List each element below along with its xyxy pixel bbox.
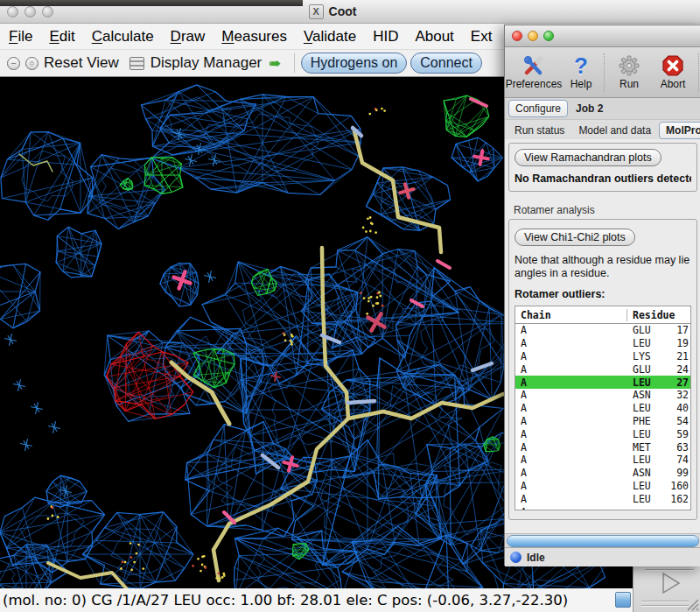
display-manager-button[interactable]: Display Manager [150, 54, 262, 72]
dialog-statusbar: Idle [505, 547, 700, 566]
green-arrow-icon[interactable]: ➠ [269, 55, 280, 72]
residue-column-header[interactable]: Residue [627, 309, 690, 321]
background-window-edge [0, 0, 303, 6]
abort-button[interactable]: Abort [650, 54, 696, 90]
reset-view-button[interactable]: Reset View [44, 54, 119, 72]
preferences-label: Preferences [506, 78, 563, 90]
dialog-titlebar[interactable] [505, 25, 700, 47]
preferences-icon [522, 54, 545, 77]
help-button[interactable]: ? Help [561, 54, 601, 90]
menu-measures[interactable]: Measures [221, 28, 287, 46]
side-panel-fragment [633, 560, 700, 612]
dialog-tab-row-0: ConfigureJob 2 [505, 98, 700, 120]
tab-job-2[interactable]: Job 2 [570, 101, 609, 116]
table-header[interactable]: Chain Residue [515, 306, 690, 324]
ramachandran-section: View Ramachandran plots No Ramachandran … [508, 143, 697, 192]
tab-run-status[interactable]: Run status [508, 123, 570, 138]
table-row[interactable]: APHE54 [515, 415, 690, 428]
dialog-toolbar-separator [604, 53, 606, 92]
help-icon: ? [574, 54, 588, 77]
rotamer-note-text: Note that although a residue may lie ang… [514, 254, 691, 280]
status-ball-icon [510, 552, 522, 563]
view-chi1-chi2-plots-button[interactable]: View Chi1-Chi2 plots [514, 229, 635, 246]
display-manager-icon[interactable] [130, 57, 144, 70]
window-title-text: Coot [329, 4, 357, 18]
panel-groove [645, 569, 694, 571]
tab-molprobit[interactable]: MolProbit [659, 122, 700, 139]
abort-icon [662, 54, 684, 77]
dialog-toolbar: Preferences ? Help [505, 47, 700, 98]
preferences-button[interactable]: Preferences [507, 54, 561, 90]
table-row[interactable]: A [515, 505, 690, 510]
table-row[interactable]: ALYS21 [515, 350, 690, 363]
run-gear-icon [618, 54, 640, 77]
toolbar-separator [294, 53, 295, 73]
menu-edit[interactable]: Edit [49, 28, 74, 46]
dialog-minimize-button[interactable] [528, 31, 538, 41]
tab-configure[interactable]: Configure [508, 100, 568, 117]
rotamer-outliers-label: Rotamer outliers: [514, 288, 691, 300]
molprobity-dialog: Preferences ? Help [504, 25, 700, 566]
table-row[interactable]: AASN32 [515, 389, 690, 402]
table-row[interactable]: AGLU17 [515, 324, 690, 337]
main-statusbar: (mol. no: 0) CG /1/A/27 LEU occ: 1.00 bf… [0, 588, 700, 612]
table-row[interactable]: ALEU162 [515, 492, 690, 505]
view-ramachandran-plots-button[interactable]: View Ramachandran plots [514, 149, 662, 166]
redo-icon[interactable]: ○ [25, 57, 38, 70]
menu-about[interactable]: About [415, 28, 453, 46]
rotamer-outliers-table[interactable]: Chain Residue AGLU17ALEU19ALYS21AGLU24AL… [514, 306, 691, 510]
table-row[interactable]: AMET63 [515, 440, 690, 454]
status-color-chip [615, 592, 631, 608]
rotamer-analysis-label: Rotamer analysis [514, 204, 700, 216]
menu-validate[interactable]: Validate [304, 28, 356, 46]
table-body: AGLU17ALEU19ALYS21AGLU24ALEU27AASN32ALEU… [515, 324, 690, 510]
dialog-horizontal-scrollbar[interactable] [505, 533, 700, 547]
table-row[interactable]: ALEU160 [515, 480, 690, 493]
run-button[interactable]: Run [608, 54, 650, 90]
menu-file[interactable]: File [9, 28, 32, 46]
scrollbar-thumb[interactable] [507, 535, 699, 547]
chain-column-header[interactable]: Chain [515, 309, 627, 321]
protein-tab-content: View Ramachandran plots No Ramachandran … [505, 139, 700, 533]
menu-ext[interactable]: Ext [471, 28, 493, 46]
play-triangle-icon[interactable] [658, 572, 684, 596]
tab-model-and-data[interactable]: Model and data [572, 123, 657, 138]
run-label: Run [620, 78, 639, 90]
table-row[interactable]: ALEU74 [515, 454, 690, 467]
panel-groove [641, 605, 689, 607]
table-row[interactable]: ALEU19 [515, 337, 690, 350]
menu-hid[interactable]: HID [373, 28, 398, 46]
panel-groove [641, 601, 689, 602]
hydrogens-toggle-button[interactable]: Hydrogens on [301, 53, 408, 74]
menu-calculate[interactable]: Calculate [92, 28, 154, 46]
x11-icon: X [309, 4, 324, 19]
abort-label: Abort [661, 78, 686, 90]
connect-button[interactable]: Connect [410, 53, 482, 74]
table-row[interactable]: ALEU59 [515, 427, 690, 440]
table-row[interactable]: AGLU24 [515, 362, 690, 376]
table-row[interactable]: AASN99 [515, 467, 690, 480]
dialog-status-text: Idle [527, 552, 545, 564]
rotamer-analysis-section: View Chi1-Chi2 plots Note that although … [508, 219, 697, 520]
help-label: Help [570, 78, 592, 90]
dialog-zoom-button[interactable] [543, 31, 554, 41]
table-row[interactable]: ALEU27 [515, 376, 690, 389]
menu-draw[interactable]: Draw [171, 28, 206, 46]
ramachandran-status-text: No Ramachandran outliers detecte [514, 172, 691, 185]
dialog-close-button[interactable] [512, 31, 522, 41]
undo-icon[interactable]: – [7, 57, 20, 70]
resize-grip[interactable] [686, 598, 699, 611]
atom-status-text: (mol. no: 0) CG /1/A/27 LEU occ: 1.00 bf… [3, 592, 568, 608]
table-row[interactable]: ALEU40 [515, 402, 690, 415]
